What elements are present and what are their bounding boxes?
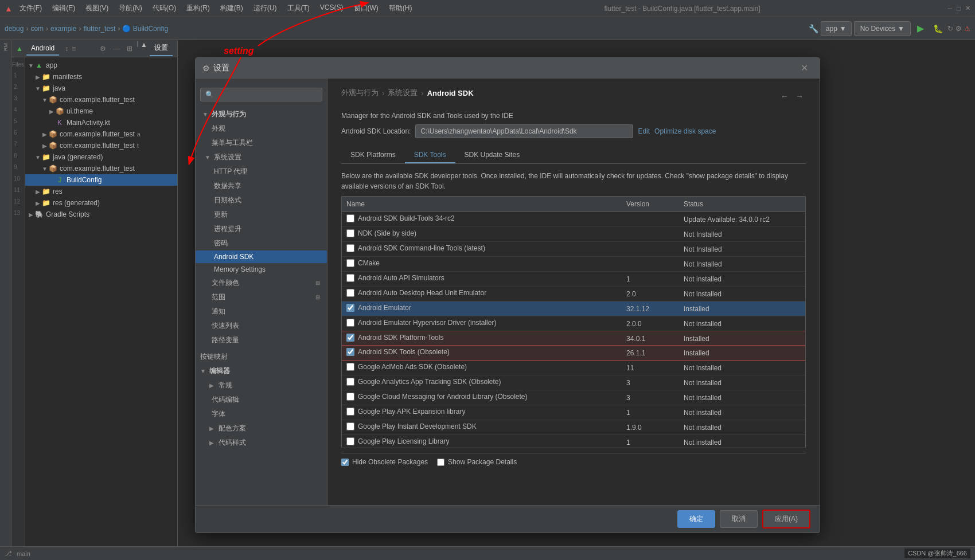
tree-item-package2[interactable]: ▶ 📦 com.example.flutter_test a: [25, 128, 177, 140]
tree-item-java[interactable]: ▼ 📁 java: [25, 83, 177, 94]
checkbox-8[interactable]: [346, 319, 354, 327]
checkbox-9[interactable]: [346, 334, 354, 342]
nav-process[interactable]: 进程提升: [196, 222, 327, 236]
menu-edit[interactable]: 编辑(E): [48, 2, 80, 14]
menu-tools[interactable]: 工具(T): [283, 2, 314, 14]
tree-label-app: app: [46, 61, 57, 69]
checkbox-13[interactable]: [346, 393, 354, 401]
tree-item-package-gen[interactable]: ▼ 📦 com.example.flutter_test: [25, 163, 177, 174]
nav-memory-settings[interactable]: Memory Settings: [196, 263, 327, 276]
tree-item-buildconfig[interactable]: ▶ J BuildConfig: [25, 174, 177, 186]
nav-back-button[interactable]: ←: [778, 91, 791, 102]
nav-keymap[interactable]: 按键映射: [196, 350, 327, 364]
tree-item-package1[interactable]: ▼ 📦 com.example.flutter_test: [25, 94, 177, 105]
nav-data[interactable]: 数据共享: [196, 179, 327, 193]
menu-window[interactable]: 窗口(W): [349, 2, 383, 14]
nav-scope[interactable]: 范围 ⊞: [196, 290, 327, 304]
hide-obsolete-label[interactable]: Hide Obsolete Packages: [341, 458, 428, 466]
checkbox-16[interactable]: [346, 437, 354, 445]
tab-tools[interactable]: SDK Tools: [405, 147, 455, 163]
tree-item-package3[interactable]: ▶ 📦 com.example.flutter_test t: [25, 140, 177, 151]
nav-arrow-appearance: ▼: [202, 111, 209, 118]
nav-quick-list[interactable]: 快速列表: [196, 319, 327, 333]
hide-obsolete-checkbox[interactable]: [341, 459, 349, 466]
cancel-button[interactable]: 取消: [720, 510, 758, 528]
menu-code[interactable]: 代码(O): [148, 2, 181, 14]
menu-vcs[interactable]: VCS(S): [315, 2, 348, 14]
checkbox-3[interactable]: [346, 244, 354, 252]
settings-gear-button[interactable]: ⚙: [98, 41, 108, 56]
panel-layout-button[interactable]: ⊞: [124, 41, 135, 56]
nav-general[interactable]: ▶ 常规: [196, 378, 327, 393]
sdk-edit-link[interactable]: Edit: [638, 127, 650, 135]
nav-forward-button[interactable]: →: [793, 91, 806, 102]
tree-item-mainactivity[interactable]: ▶ K MainActivity.kt: [25, 117, 177, 128]
checkbox-2[interactable]: [346, 229, 354, 237]
menu-file[interactable]: 文件(F): [15, 2, 46, 14]
checkbox-14[interactable]: [346, 408, 354, 416]
tree-item-java-generated[interactable]: ▼ 📁 java (generated): [25, 151, 177, 163]
nav-android-sdk[interactable]: Android SDK: [196, 250, 327, 263]
nav-code-style[interactable]: ▶ 代码样式: [196, 436, 327, 450]
nav-system[interactable]: ▼ 系统设置: [196, 150, 327, 165]
nav-appearance-sub[interactable]: 外观: [196, 122, 327, 136]
settings-icon2[interactable]: ⚙: [955, 25, 962, 33]
panel-minimize-button[interactable]: —: [111, 41, 122, 56]
tree-label-package2: com.example.flutter_test: [60, 130, 135, 138]
nav-notifications[interactable]: 通知: [196, 304, 327, 319]
tree-item-manifests[interactable]: ▶ 📁 manifests: [25, 71, 177, 83]
nav-menus[interactable]: 菜单与工具栏: [196, 136, 327, 150]
nav-font[interactable]: 字体: [196, 407, 327, 421]
nav-http[interactable]: HTTP 代理: [196, 165, 327, 179]
checkbox-6[interactable]: [346, 289, 354, 297]
checkbox-4[interactable]: [346, 259, 354, 267]
nav-date[interactable]: 日期格式: [196, 193, 327, 207]
nav-code-edit[interactable]: 代码编辑: [196, 393, 327, 407]
tree-item-app[interactable]: ▼ ▲ app: [25, 60, 177, 71]
apply-button[interactable]: 应用(A): [762, 510, 810, 528]
sdk-optimize-link[interactable]: Optimize disk space: [654, 127, 716, 135]
app-module-icon: ▲: [34, 61, 44, 70]
resource-manager-icon[interactable]: RM: [1, 42, 10, 52]
menu-refactor[interactable]: 重构(R): [182, 2, 214, 14]
show-details-checkbox[interactable]: [437, 459, 444, 466]
manifests-folder-icon: 📁: [41, 72, 50, 81]
checkbox-5[interactable]: [346, 274, 354, 282]
checkbox-12[interactable]: [346, 378, 354, 386]
sdk-location-input[interactable]: [415, 124, 633, 138]
tab-platforms[interactable]: SDK Platforms: [341, 147, 405, 163]
nav-file-colors[interactable]: 文件颜色 ⊞: [196, 276, 327, 290]
settings-tab[interactable]: 设置: [150, 41, 173, 56]
menu-navigate[interactable]: 导航(N): [114, 2, 147, 14]
menu-help[interactable]: 帮助(H): [384, 2, 417, 14]
menu-build[interactable]: 构建(B): [216, 2, 248, 14]
no-devices-button[interactable]: No Devices ▼: [854, 21, 911, 36]
settings-search-input[interactable]: [200, 88, 322, 101]
nav-password[interactable]: 密码: [196, 236, 327, 250]
tab-update-sites[interactable]: SDK Update Sites: [455, 147, 529, 163]
checkbox-10[interactable]: [346, 348, 354, 356]
checkbox-15[interactable]: [346, 422, 354, 430]
menu-run[interactable]: 运行(U): [249, 2, 282, 14]
checkbox-1[interactable]: [346, 214, 354, 222]
nav-update[interactable]: 更新: [196, 207, 327, 222]
tree-item-res-gen[interactable]: ▶ 📁 res (generated): [25, 197, 177, 209]
menu-view[interactable]: 视图(V): [81, 2, 113, 14]
tree-item-ui-theme[interactable]: ▶ 📦 ui.theme: [25, 105, 177, 117]
show-details-label[interactable]: Show Package Details: [437, 458, 517, 466]
android-tab[interactable]: Android: [26, 42, 59, 56]
nav-color-scheme[interactable]: ▶ 配色方案: [196, 421, 327, 436]
dialog-close-button[interactable]: ✕: [796, 60, 813, 76]
confirm-button[interactable]: 确定: [677, 510, 715, 528]
app-selector[interactable]: app ▼: [821, 21, 852, 36]
checkbox-11[interactable]: [346, 363, 354, 371]
nav-editor[interactable]: ▼ 编辑器: [196, 364, 327, 378]
tree-item-gradle[interactable]: ▶ 🐘 Gradle Scripts: [25, 209, 177, 220]
run-button[interactable]: ▶: [913, 21, 928, 36]
checkbox-7[interactable]: [346, 304, 354, 312]
git-branch-label: main: [17, 550, 30, 557]
debug-button[interactable]: 🐛: [930, 21, 945, 36]
nav-appearance[interactable]: ▼ 外观与行为: [196, 107, 327, 122]
tree-item-res[interactable]: ▶ 📁 res: [25, 186, 177, 197]
nav-path-var[interactable]: 路径变量: [196, 333, 327, 347]
